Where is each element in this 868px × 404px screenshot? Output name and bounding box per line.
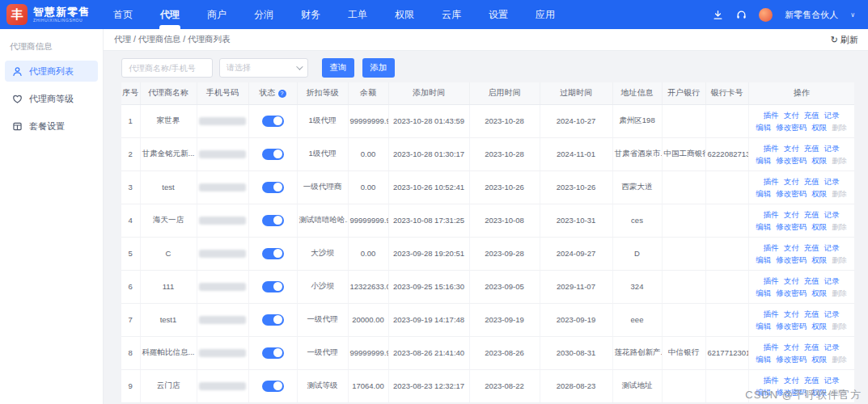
op-pay[interactable]: 支付 — [784, 309, 799, 318]
op-change-password[interactable]: 修改密码 — [776, 222, 807, 231]
op-record[interactable]: 记录 — [824, 276, 840, 285]
nav-item-商户[interactable]: 商户 — [193, 0, 240, 29]
op-record[interactable]: 记录 — [824, 144, 840, 153]
nav-item-分润[interactable]: 分润 — [240, 0, 287, 29]
op-plugin[interactable]: 插件 — [764, 343, 779, 351]
op-pay[interactable]: 支付 — [784, 210, 799, 219]
status-toggle[interactable] — [262, 347, 284, 359]
op-pay[interactable]: 支付 — [784, 144, 799, 153]
op-recharge[interactable]: 充值 — [804, 144, 819, 153]
op-delete[interactable]: 删除 — [832, 222, 847, 231]
download-icon[interactable] — [712, 9, 723, 20]
op-pay[interactable]: 支付 — [784, 177, 799, 186]
op-change-password[interactable]: 修改密码 — [776, 123, 807, 132]
nav-item-应用[interactable]: 应用 — [522, 0, 569, 29]
op-recharge[interactable]: 充值 — [804, 276, 819, 285]
status-toggle[interactable] — [262, 149, 284, 160]
op-delete[interactable]: 删除 — [832, 156, 847, 165]
op-record[interactable]: 记录 — [824, 210, 840, 219]
op-edit[interactable]: 编辑 — [756, 355, 771, 364]
op-plugin[interactable]: 插件 — [764, 111, 779, 120]
status-toggle[interactable] — [262, 381, 284, 392]
op-permission[interactable]: 权限 — [811, 288, 827, 297]
op-plugin[interactable]: 插件 — [764, 376, 779, 385]
nav-item-工单[interactable]: 工单 — [334, 0, 381, 29]
op-pay[interactable]: 支付 — [784, 276, 799, 285]
op-delete[interactable]: 删除 — [832, 322, 847, 330]
headset-icon[interactable] — [735, 9, 747, 20]
op-change-password[interactable]: 修改密码 — [776, 255, 807, 264]
op-pay[interactable]: 支付 — [784, 111, 799, 120]
user-avatar[interactable] — [759, 8, 773, 22]
op-edit[interactable]: 编辑 — [756, 156, 771, 165]
op-permission[interactable]: 权限 — [811, 322, 827, 330]
search-button[interactable]: 查询 — [322, 58, 354, 78]
op-change-password[interactable]: 修改密码 — [776, 322, 807, 330]
status-toggle[interactable] — [262, 281, 284, 292]
op-record[interactable]: 记录 — [824, 376, 840, 385]
op-recharge[interactable]: 充值 — [804, 243, 819, 252]
nav-item-财务[interactable]: 财务 — [287, 0, 334, 29]
op-record[interactable]: 记录 — [824, 111, 840, 120]
op-pay[interactable]: 支付 — [784, 243, 799, 252]
op-recharge[interactable]: 充值 — [804, 343, 819, 351]
op-edit[interactable]: 编辑 — [756, 255, 771, 264]
op-recharge[interactable]: 充值 — [804, 177, 819, 186]
op-recharge[interactable]: 充值 — [804, 111, 819, 120]
nav-item-设置[interactable]: 设置 — [475, 0, 522, 29]
op-plugin[interactable]: 插件 — [764, 309, 779, 318]
op-record[interactable]: 记录 — [824, 343, 840, 351]
op-plugin[interactable]: 插件 — [764, 177, 779, 186]
op-permission[interactable]: 权限 — [811, 123, 827, 132]
op-permission[interactable]: 权限 — [811, 222, 827, 231]
op-change-password[interactable]: 修改密码 — [776, 156, 807, 165]
add-button[interactable]: 添加 — [362, 58, 395, 78]
op-plugin[interactable]: 插件 — [764, 243, 779, 252]
op-delete[interactable]: 删除 — [832, 288, 847, 297]
op-delete[interactable]: 删除 — [832, 255, 847, 264]
sidebar-item-代理商列表[interactable]: 代理商列表 — [5, 61, 98, 82]
op-permission[interactable]: 权限 — [811, 156, 827, 165]
op-plugin[interactable]: 插件 — [764, 276, 779, 285]
op-edit[interactable]: 编辑 — [756, 288, 771, 297]
nav-item-权限[interactable]: 权限 — [381, 0, 428, 29]
op-delete[interactable]: 删除 — [832, 123, 847, 132]
op-edit[interactable]: 编辑 — [756, 222, 771, 231]
status-info-icon[interactable]: ? — [278, 90, 286, 98]
sidebar-item-代理商等级[interactable]: 代理商等级 — [5, 88, 98, 109]
nav-item-代理[interactable]: 代理 — [146, 0, 193, 29]
status-toggle[interactable] — [262, 314, 284, 326]
search-input[interactable] — [121, 58, 213, 78]
status-toggle[interactable] — [262, 215, 284, 226]
status-toggle[interactable] — [262, 116, 284, 127]
op-permission[interactable]: 权限 — [811, 255, 827, 264]
status-toggle[interactable] — [262, 248, 284, 259]
breadcrumb-item[interactable]: 代理商信息 — [138, 34, 181, 44]
op-permission[interactable]: 权限 — [811, 189, 827, 198]
chevron-down-icon[interactable]: ∨ — [850, 11, 855, 19]
status-select[interactable]: 请选择 — [219, 58, 308, 78]
op-edit[interactable]: 编辑 — [756, 322, 771, 330]
refresh-button[interactable]: ↻ 刷新 — [831, 34, 858, 46]
user-name[interactable]: 新零售合伙人 — [785, 9, 838, 21]
status-toggle[interactable] — [262, 182, 284, 193]
op-record[interactable]: 记录 — [824, 243, 840, 252]
nav-item-首页[interactable]: 首页 — [100, 0, 146, 29]
op-record[interactable]: 记录 — [824, 309, 840, 318]
op-record[interactable]: 记录 — [824, 177, 840, 186]
op-edit[interactable]: 编辑 — [756, 189, 771, 198]
op-plugin[interactable]: 插件 — [764, 144, 779, 153]
op-recharge[interactable]: 充值 — [804, 309, 819, 318]
op-recharge[interactable]: 充值 — [804, 210, 819, 219]
op-delete[interactable]: 删除 — [832, 189, 847, 198]
op-pay[interactable]: 支付 — [784, 343, 799, 351]
op-pay[interactable]: 支付 — [784, 376, 799, 385]
op-edit[interactable]: 编辑 — [756, 123, 771, 132]
op-delete[interactable]: 删除 — [832, 355, 847, 364]
op-change-password[interactable]: 修改密码 — [776, 288, 807, 297]
op-change-password[interactable]: 修改密码 — [776, 355, 807, 364]
nav-item-云库[interactable]: 云库 — [428, 0, 475, 29]
op-permission[interactable]: 权限 — [811, 355, 827, 364]
breadcrumb-item[interactable]: 代理 — [114, 34, 131, 44]
sidebar-item-套餐设置[interactable]: 套餐设置 — [5, 116, 98, 137]
